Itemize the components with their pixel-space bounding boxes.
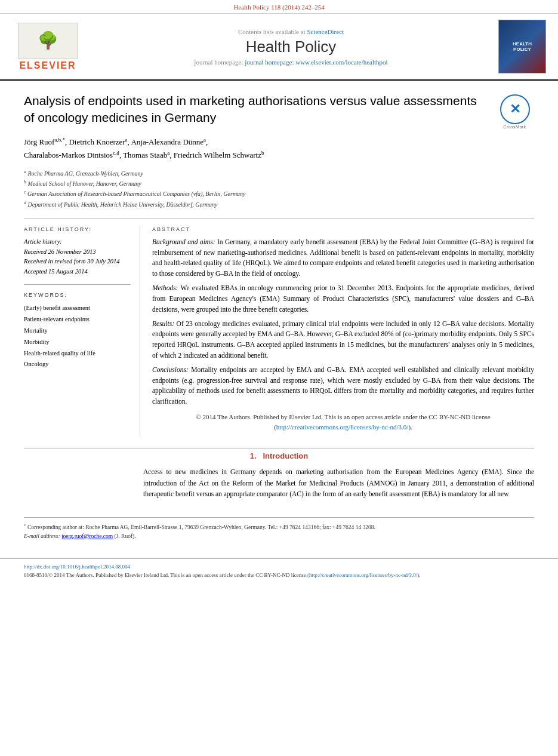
bottom-license-link[interactable]: (http://creativecommons.org/licenses/by-… bbox=[307, 572, 421, 578]
keywords-header: Keywords: bbox=[24, 292, 131, 298]
abstract-background: Background and aims: In Germany, a manda… bbox=[152, 237, 534, 279]
elsevier-tree-icon: 🌳 bbox=[18, 23, 78, 59]
abstract-conclusions: Conclusions: Mortality endpoints are acc… bbox=[152, 365, 534, 407]
keyword-4: Morbidity bbox=[24, 337, 131, 348]
email-link[interactable]: joerg.ruof@roche.com bbox=[61, 533, 113, 539]
abstract-column: ABSTRACT Background and aims: In Germany… bbox=[152, 226, 534, 436]
divider-2 bbox=[24, 284, 131, 285]
keywords-list: (Early) benefit assessment Patient-relev… bbox=[24, 303, 131, 370]
crossmark-badge[interactable]: ✕ CrossMark bbox=[495, 93, 534, 131]
license-link[interactable]: http://creativecommons.org/licenses/by-n… bbox=[276, 423, 409, 431]
journal-cover-image: HEALTH POLICY bbox=[498, 20, 546, 73]
abstract-text: Background and aims: In Germany, a manda… bbox=[152, 237, 534, 432]
email-footnote: E-mail address: joerg.ruof@roche.com (J.… bbox=[24, 532, 534, 540]
journal-center: Contents lists available at ScienceDirec… bbox=[84, 28, 498, 66]
keyword-3: Mortality bbox=[24, 325, 131, 337]
doi-link[interactable]: http://dx.doi.org/10.1016/j.healthpol.20… bbox=[24, 564, 130, 570]
divider-1 bbox=[24, 219, 534, 219]
keyword-5: Health-related quality of life bbox=[24, 348, 131, 359]
sciencedirect-link[interactable]: Contents lists available at ScienceDirec… bbox=[84, 28, 498, 35]
keyword-1: (Early) benefit assessment bbox=[24, 303, 131, 314]
journal-citation: Health Policy 118 (2014) 242–254 bbox=[0, 0, 558, 14]
citation-text: Health Policy 118 (2014) 242–254 bbox=[233, 4, 324, 11]
doi-line: http://dx.doi.org/10.1016/j.healthpol.20… bbox=[24, 563, 534, 571]
introduction-text: Access to new medicines in Germany depen… bbox=[143, 466, 534, 499]
abstract-results: Results: Of 23 oncology medicines evalua… bbox=[152, 319, 534, 361]
copyright-line: 0168-8510/© 2014 The Authors. Published … bbox=[24, 571, 534, 579]
article-history: Article history: Received 26 November 20… bbox=[24, 237, 131, 277]
article-body: Article history: Article history: Receiv… bbox=[24, 226, 534, 436]
article-info-header: Article history: bbox=[24, 226, 131, 232]
introduction-title: 1. Introduction bbox=[24, 451, 534, 460]
footnotes: * Corresponding author at: Roche Pharma … bbox=[24, 517, 534, 540]
article-content: Analysis of endpoints used in marketing … bbox=[0, 81, 558, 552]
keyword-2: Patient-relevant endpoints bbox=[24, 314, 131, 325]
journal-homepage: journal homepage: journal homepage: www.… bbox=[84, 59, 498, 66]
journal-title: Health Policy bbox=[84, 38, 498, 56]
open-access-note: © 2014 The Authors. Published by Elsevie… bbox=[152, 412, 534, 432]
keyword-6: Oncology bbox=[24, 359, 131, 370]
authors: Jörg Ruofa,b,*, Dietrich Knoerzera, Anja… bbox=[24, 136, 534, 162]
crossmark-circle: ✕ bbox=[500, 94, 530, 124]
elsevier-name: ELSEVIER bbox=[19, 60, 76, 71]
journal-url[interactable]: journal homepage: www.elsevier.com/locat… bbox=[245, 59, 387, 66]
elsevier-logo: 🌳 ELSEVIER bbox=[12, 23, 84, 71]
article-info-column: Article history: Article history: Receiv… bbox=[24, 226, 140, 436]
sciencedirect-anchor[interactable]: ScienceDirect bbox=[307, 28, 344, 35]
corresponding-footnote: * Corresponding author at: Roche Pharma … bbox=[24, 523, 534, 531]
journal-header: 🌳 ELSEVIER Contents lists available at S… bbox=[0, 14, 558, 81]
introduction-section: 1. Introduction Access to new medicines … bbox=[24, 448, 534, 499]
abstract-methods: Methods: We evaluated EBAs in oncology c… bbox=[152, 283, 534, 315]
bottom-bar: http://dx.doi.org/10.1016/j.healthpol.20… bbox=[0, 558, 558, 583]
article-title: Analysis of endpoints used in marketing … bbox=[24, 93, 534, 127]
abstract-header: ABSTRACT bbox=[152, 226, 534, 232]
affiliations: a Roche Pharma AG, Grenzach-Wyhlen, Germ… bbox=[24, 168, 534, 210]
